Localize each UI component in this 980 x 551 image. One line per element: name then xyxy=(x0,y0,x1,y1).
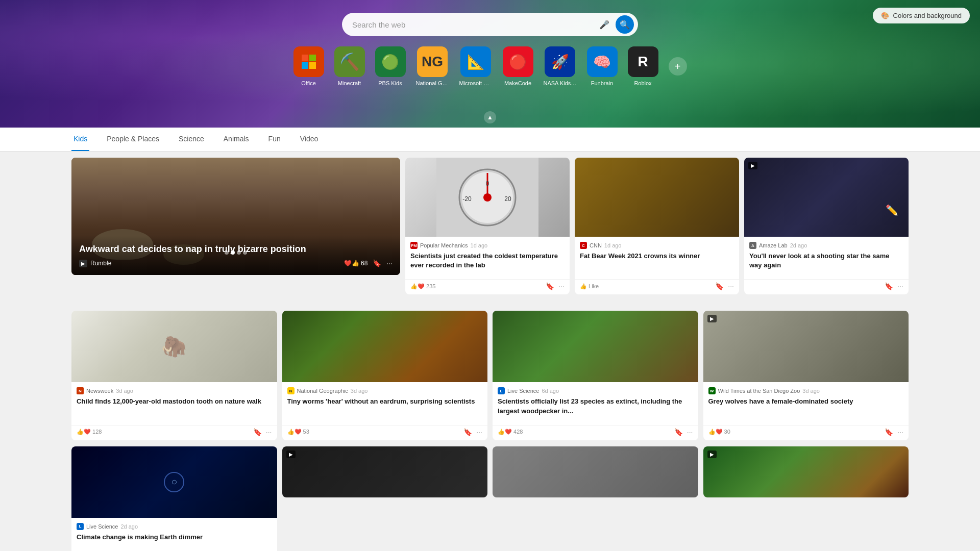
livesci2-source-icon: L xyxy=(77,523,84,530)
svg-text:0: 0 xyxy=(486,180,489,187)
card-bottom-2[interactable] xyxy=(493,446,698,497)
amaze-source-icon: A xyxy=(749,242,756,249)
main-content: Kids People & Places Science Animals Fun… xyxy=(0,128,980,551)
newsweek-source-icon: N xyxy=(77,387,84,394)
bookmark-icon[interactable]: 🔖 xyxy=(373,259,381,267)
card-popular-mechanics[interactable]: 0 20 -20 PM Popular Mechanics 1d ago Sci… xyxy=(405,158,570,294)
app-pbs-kids[interactable]: 🟢 PBS Kids xyxy=(375,46,406,86)
office-icon xyxy=(293,46,324,77)
video-badge-b1: ▶ xyxy=(286,450,296,458)
app-nasa-kids[interactable]: 🚀 NASA Kids Club xyxy=(544,46,577,86)
news-grid: Awkward cat decides to nap in truly biza… xyxy=(0,152,980,311)
bookmark-icon[interactable]: 🔖 xyxy=(463,428,472,436)
video-badge-wolves: ▶ xyxy=(707,315,717,322)
featured-overlay: Awkward cat decides to nap in truly biza… xyxy=(71,236,400,275)
minecraft-icon: ⛏️ xyxy=(334,46,365,77)
more-icon[interactable]: ··· xyxy=(476,428,482,436)
bookmark-icon[interactable]: 🔖 xyxy=(253,428,262,436)
cnn-source-icon: C xyxy=(580,242,587,249)
bookmark-icon[interactable]: 🔖 xyxy=(674,428,683,436)
card-livesci-woodpecker[interactable]: L Live Science 6d ago Scientists officia… xyxy=(493,311,698,440)
svg-rect-2 xyxy=(302,62,308,69)
card-amaze-lab[interactable]: ▶ ✏️ A Amaze Lab 2d ago You'll never loo… xyxy=(744,158,909,294)
card-cnn-fat-bear[interactable]: C CNN 1d ago Fat Bear Week 2021 crowns i… xyxy=(575,158,739,294)
tab-people-places[interactable]: People & Places xyxy=(105,128,161,151)
more-icon[interactable]: ··· xyxy=(897,282,903,290)
card-source: A Amaze Lab 2d ago xyxy=(749,242,903,249)
card-body: PM Popular Mechanics 1d ago Scientists j… xyxy=(405,237,570,279)
svg-text:20: 20 xyxy=(504,195,511,203)
news-grid-row2: 🦣 N Newsweek 3d ago Child finds 12,000-y… xyxy=(0,311,980,446)
wildtimes-source-icon: W xyxy=(708,387,716,394)
card-body: L Live Science 2d ago Climate change is … xyxy=(71,518,277,551)
colors-background-button[interactable]: 🎨 Colors and background xyxy=(873,8,970,23)
bookmark-icon[interactable]: 🔖 xyxy=(715,282,724,290)
more-icon[interactable]: ··· xyxy=(266,428,272,436)
app-national-geo[interactable]: NG National Geo... xyxy=(416,46,449,86)
video-badge-b3: ▶ xyxy=(707,450,717,458)
tab-video[interactable]: Video xyxy=(298,128,321,151)
card-body: L Live Science 6d ago Scientists officia… xyxy=(493,382,698,424)
bookmark-icon[interactable]: 🔖 xyxy=(546,282,554,290)
card-footer: 👍❤️ 30 🔖 ··· xyxy=(703,425,909,440)
svg-rect-1 xyxy=(309,55,316,61)
app-microsoft-math[interactable]: 📐 Microsoft Ma... xyxy=(459,46,493,86)
card-thumb-bear xyxy=(575,158,739,237)
card-thumb-thermometer: 0 20 -20 xyxy=(405,158,570,237)
carousel-dots xyxy=(225,251,247,255)
voice-search-button[interactable]: 🎤 xyxy=(596,16,612,33)
app-roblox[interactable]: R Roblox xyxy=(628,46,658,86)
tab-fun[interactable]: Fun xyxy=(266,128,283,151)
card-source: L Live Science 2d ago xyxy=(77,523,272,530)
tab-kids[interactable]: Kids xyxy=(71,128,89,151)
pbs-kids-icon: 🟢 xyxy=(375,46,406,77)
more-icon[interactable]: ··· xyxy=(728,282,734,290)
card-footer: 👍❤️ 128 🔖 ··· xyxy=(71,425,277,440)
card-source: W Wild Times at the San Diego Zoo 3d ago xyxy=(708,387,904,394)
natgeo-icon: NG xyxy=(417,46,448,77)
rumble-icon: ▶ xyxy=(79,260,87,267)
add-app-button[interactable]: + xyxy=(669,57,687,76)
more-icon[interactable]: ··· xyxy=(558,282,565,290)
collapse-button[interactable]: ▲ xyxy=(484,111,496,123)
video-badge: ▶ xyxy=(748,162,757,169)
nasa-icon: 🚀 xyxy=(545,46,575,77)
card-body: N Newsweek 3d ago Child finds 12,000-yea… xyxy=(71,382,277,424)
more-icon[interactable]: ··· xyxy=(386,259,393,267)
svg-rect-3 xyxy=(309,62,316,69)
featured-card[interactable]: Awkward cat decides to nap in truly biza… xyxy=(71,158,400,275)
app-office[interactable]: Office xyxy=(293,46,324,86)
featured-actions: ❤️👍 68 🔖 ··· xyxy=(344,259,393,267)
more-icon[interactable]: ··· xyxy=(687,428,693,436)
bookmark-icon[interactable]: 🔖 xyxy=(885,282,893,290)
search-container: 🎤 🔍 xyxy=(342,13,638,36)
more-icon[interactable]: ··· xyxy=(897,428,903,436)
svg-text:-20: -20 xyxy=(462,195,472,203)
card-source: N National Geographic 3d ago xyxy=(287,387,483,394)
search-input[interactable] xyxy=(342,13,638,36)
card-body: C CNN 1d ago Fat Bear Week 2021 crowns i… xyxy=(575,237,739,279)
card-bottom-3[interactable]: ▶ xyxy=(703,446,909,497)
svg-rect-0 xyxy=(302,55,308,61)
bookmark-icon[interactable]: 🔖 xyxy=(885,428,893,436)
card-footer: 👍❤️ 53 🔖 ··· xyxy=(282,425,488,440)
card-body: N National Geographic 3d ago Tiny worms … xyxy=(282,382,488,424)
card-livesci-climate[interactable]: ○ L Live Science 2d ago Climate change i… xyxy=(71,446,277,551)
funbrain-icon: 🧠 xyxy=(587,46,618,77)
app-makecode[interactable]: 🔴 MakeCode xyxy=(503,46,533,86)
card-source: PM Popular Mechanics 1d ago xyxy=(410,242,565,249)
apps-container: Office ⛏️ Minecraft 🟢 PBS Kids NG Nation… xyxy=(293,46,687,86)
paint-icon: 🎨 xyxy=(881,12,889,19)
card-body: W Wild Times at the San Diego Zoo 3d ago… xyxy=(703,382,909,424)
card-newsweek-mastodon[interactable]: 🦣 N Newsweek 3d ago Child finds 12,000-y… xyxy=(71,311,277,440)
tab-animals[interactable]: Animals xyxy=(222,128,251,151)
svg-point-8 xyxy=(483,193,492,202)
tab-science[interactable]: Science xyxy=(177,128,206,151)
card-natgeo-worms[interactable]: N National Geographic 3d ago Tiny worms … xyxy=(282,311,488,440)
app-minecraft[interactable]: ⛏️ Minecraft xyxy=(334,46,365,86)
search-button[interactable]: 🔍 xyxy=(616,15,634,34)
card-wildtimes-wolves[interactable]: ▶ W Wild Times at the San Diego Zoo 3d a… xyxy=(703,311,909,440)
card-bottom-1[interactable]: ▶ xyxy=(282,446,488,497)
microsoft-math-icon: 📐 xyxy=(460,46,491,77)
app-funbrain[interactable]: 🧠 Funbrain xyxy=(587,46,618,86)
